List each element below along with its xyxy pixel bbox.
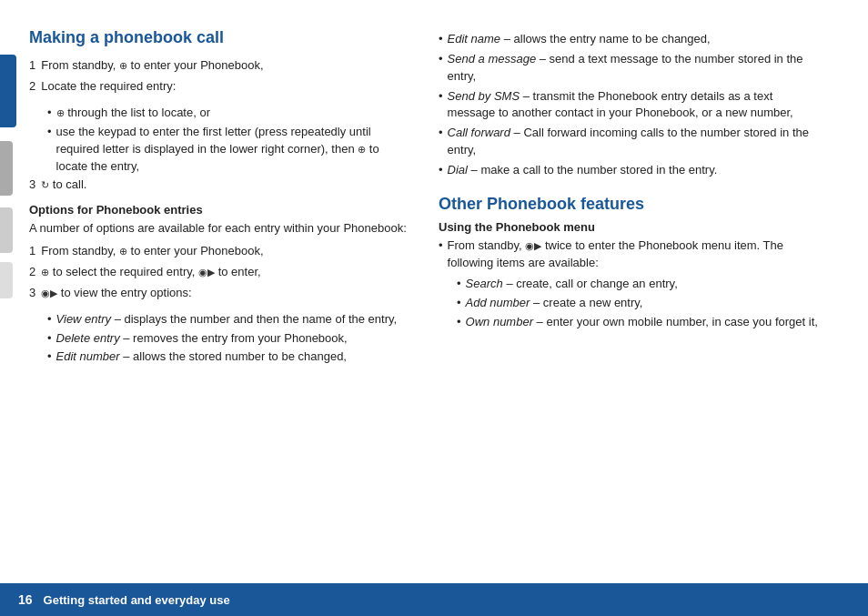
page-footer: 16 Getting started and everyday use [0,583,868,616]
dial-bullet: • [439,162,443,179]
dial-label: Dial [448,163,468,177]
other-features-title: Other Phonebook features [439,194,821,215]
opt-step-3: 3 ◉▶ to view the entry options: [29,285,411,302]
step-3-num: 3 [29,177,35,194]
left-spine [0,0,20,616]
edit-number-text: Edit number – allows the stored number t… [56,348,347,366]
step-2-text: Locate the required entry: [41,78,176,96]
nav-icon-3: ⊕ [358,143,366,157]
nav-icon-6: ◉▶ [198,266,215,280]
locate-bullet-2: • use the keypad to enter the first lett… [47,124,411,176]
phonebook-menu-items: • Search – create, call or change an ent… [457,276,821,331]
nav-icon-1: ⊕ [119,59,127,74]
view-options-list: • View entry – displays the number and t… [47,311,411,367]
opt-step-2-num: 2 [29,264,35,281]
edit-number-bullet: • [47,348,52,366]
step-1: 1 From standby, ⊕ to enter your Phoneboo… [29,57,411,75]
step-1-num: 1 [29,57,35,75]
search-text: Search – create, call or change an entry… [466,276,678,293]
view-entry-item: • View entry – displays the number and t… [47,311,411,328]
view-entry-text: View entry – displays the number and the… [56,311,398,328]
search-label: Search [466,277,503,290]
spine-tab-gray3 [0,262,13,298]
search-item: • Search – create, call or change an ent… [457,276,821,293]
send-message-item: • Send a message – send a text message t… [439,51,821,86]
phonebook-menu-list: • From standby, ◉▶ twice to enter the Ph… [439,237,821,272]
add-number-text: Add number – create a new entry, [466,295,643,312]
opt-step-1-num: 1 [29,243,35,260]
opt-step-2-text: ⊕ to select the required entry, ◉▶ to en… [41,264,260,281]
bullet-icon-2: • [47,124,52,176]
spine-tab-gray1 [0,141,13,196]
locate-bullet-1-text: ⊕ through the list to locate, or [56,105,210,122]
delete-entry-bullet: • [47,330,52,348]
view-entry-label: View entry [56,312,111,326]
edit-name-bullet: • [439,31,443,48]
page-container: Making a phonebook call 1 From standby, … [0,0,868,616]
call-forward-label: Call forward [448,126,510,139]
spine-tab-gray2 [0,207,13,253]
edit-name-label: Edit name [448,32,501,45]
own-number-item: • Own number – enter your own mobile num… [457,314,821,331]
add-number-item: • Add number – create a new entry, [457,295,821,312]
step-3: 3 ↻ to call. [29,177,411,194]
opt-step-1: 1 From standby, ⊕ to enter your Phoneboo… [29,243,411,260]
options-intro: A number of options are available for ea… [29,220,411,237]
step3-list: 3 ↻ to call. [29,177,411,194]
using-menu-title: Using the Phonebook menu [439,220,821,234]
spine-tab-blue [0,55,16,127]
locate-bullet-1: • ⊕ through the list to locate, or [47,105,411,122]
send-by-sms-text: Send by SMS – transmit the Phonebook ent… [448,88,821,123]
search-bullet: • [457,276,461,293]
right-column: • Edit name – allows the entry name to b… [439,27,821,589]
own-number-text: Own number – enter your own mobile numbe… [466,314,818,331]
step-3-text: ↻ to call. [41,177,86,194]
nav-icon-4: ⊕ [119,245,127,259]
edit-number-item: • Edit number – allows the stored number… [47,348,411,366]
page-number: 16 [18,592,33,607]
send-message-text: Send a message – send a text message to … [448,51,821,86]
own-number-label: Own number [466,315,533,328]
nav-icon-8: ◉▶ [525,239,541,254]
bullet-icon-1: • [47,105,52,122]
call-forward-text: Call forward – Call forward incoming cal… [448,125,821,159]
send-by-sms-label: Send by SMS [448,89,520,103]
delete-entry-text: Delete entry – removes the entry from yo… [56,330,348,348]
opt-step-2: 2 ⊕ to select the required entry, ◉▶ to … [29,264,411,281]
opt-step-3-text: ◉▶ to view the entry options: [41,285,191,302]
nav-icon-7: ◉▶ [41,287,57,301]
send-message-bullet: • [439,51,443,86]
call-forward-bullet: • [439,125,443,159]
call-icon: ↻ [41,178,49,193]
phonebook-menu-intro: • From standby, ◉▶ twice to enter the Ph… [439,237,821,272]
main-steps-list: 1 From standby, ⊕ to enter your Phoneboo… [29,57,411,96]
locate-bullets: • ⊕ through the list to locate, or • use… [47,105,411,175]
left-column: Making a phonebook call 1 From standby, … [29,27,411,589]
edit-number-label: Edit number [56,349,120,363]
send-message-label: Send a message [448,52,537,66]
footer-label: Getting started and everyday use [44,593,230,607]
own-number-bullet: • [457,314,461,331]
opt-step-1-text: From standby, ⊕ to enter your Phonebook, [41,243,263,260]
delete-entry-item: • Delete entry – removes the entry from … [47,330,411,348]
main-content: Making a phonebook call 1 From standby, … [20,0,868,616]
dial-text: Dial – make a call to the number stored … [448,162,718,179]
dial-item: • Dial – make a call to the number store… [439,162,821,179]
making-phonebook-call-title: Making a phonebook call [29,27,411,48]
view-entry-bullet: • [47,311,52,328]
send-by-sms-bullet: • [439,88,443,123]
call-forward-item: • Call forward – Call forward incoming c… [439,125,821,159]
options-title: Options for Phonebook entries [29,203,411,217]
phonebook-menu-intro-text: From standby, ◉▶ twice to enter the Phon… [448,237,821,272]
add-number-bullet: • [457,295,461,312]
phonebook-menu-intro-bullet: • [439,237,443,272]
locate-bullet-2-text: use the keypad to enter the first letter… [56,124,411,176]
send-by-sms-item: • Send by SMS – transmit the Phonebook e… [439,88,821,123]
edit-name-item: • Edit name – allows the entry name to b… [439,31,821,48]
step-2-num: 2 [29,78,35,96]
step-2: 2 Locate the required entry: [29,78,411,96]
delete-entry-label: Delete entry [56,331,120,345]
nav-icon-2: ⊕ [56,106,65,121]
opt-step-3-num: 3 [29,285,35,302]
step-1-text: From standby, ⊕ to enter your Phonebook, [41,57,263,75]
